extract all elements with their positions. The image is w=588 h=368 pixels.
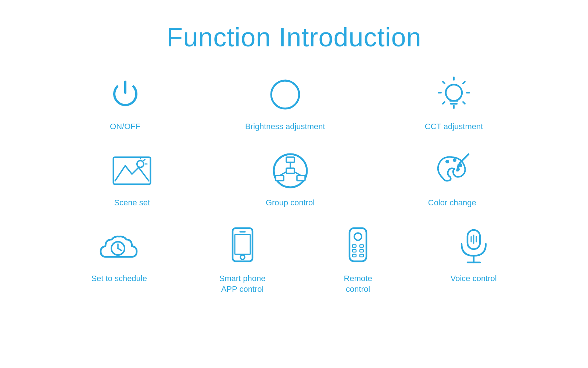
scene-icon <box>112 151 152 191</box>
smartphone-icon <box>222 226 263 267</box>
features-grid: ON/OFF Brightness adjustment <box>55 74 533 294</box>
voice-icon <box>453 226 494 267</box>
schedule-icon <box>99 226 139 267</box>
feature-scene-set: Scene set <box>112 151 152 208</box>
color-icon <box>432 151 472 191</box>
features-row-1: ON/OFF Brightness adjustment <box>55 74 533 132</box>
smartphone-label: Smart phoneAPP control <box>219 273 266 294</box>
svg-line-16 <box>144 159 145 160</box>
schedule-label: Set to schedule <box>91 273 147 284</box>
group-icon <box>270 151 311 191</box>
remote-label: Remotecontrol <box>344 273 372 294</box>
svg-rect-42 <box>352 250 356 252</box>
feature-on-off: ON/OFF <box>105 74 146 132</box>
svg-rect-44 <box>352 254 356 257</box>
svg-rect-22 <box>286 168 294 173</box>
svg-line-10 <box>463 82 465 84</box>
feature-brightness: Brightness adjustment <box>245 74 325 132</box>
feature-voice: Voice control <box>451 226 497 284</box>
svg-point-36 <box>240 255 245 259</box>
features-row-3: Set to schedule Smart phoneAPP control <box>55 226 533 294</box>
features-row-2: Scene set <box>55 151 533 208</box>
svg-rect-41 <box>360 245 363 247</box>
feature-color-change: Color change <box>428 151 476 208</box>
cct-label: CCT adjustment <box>425 121 483 132</box>
svg-point-26 <box>445 160 449 163</box>
svg-rect-40 <box>352 245 356 247</box>
svg-point-2 <box>446 85 462 101</box>
svg-line-11 <box>443 102 445 104</box>
svg-rect-45 <box>360 254 363 257</box>
svg-rect-43 <box>360 250 363 252</box>
svg-rect-13 <box>114 157 151 184</box>
brightness-icon <box>265 74 305 115</box>
power-icon <box>105 74 146 115</box>
feature-schedule: Set to schedule <box>91 226 147 284</box>
svg-point-14 <box>137 160 144 167</box>
scene-label: Scene set <box>114 198 150 208</box>
svg-line-29 <box>459 154 469 163</box>
svg-rect-37 <box>235 234 250 254</box>
cct-icon <box>434 74 474 115</box>
svg-line-9 <box>443 82 445 84</box>
voice-label: Voice control <box>451 273 497 284</box>
feature-cct: CCT adjustment <box>425 74 483 132</box>
svg-point-39 <box>354 233 362 240</box>
page-title: Function Introduction <box>166 22 421 52</box>
svg-rect-19 <box>286 157 294 162</box>
color-label: Color change <box>428 198 476 208</box>
svg-rect-20 <box>276 176 284 181</box>
svg-rect-34 <box>233 228 252 261</box>
group-label: Group control <box>266 198 315 208</box>
brightness-label: Brightness adjustment <box>245 121 325 132</box>
feature-remote: Remotecontrol <box>338 226 378 294</box>
remote-icon <box>338 226 378 267</box>
on-off-label: ON/OFF <box>110 121 140 132</box>
svg-point-27 <box>453 158 456 162</box>
svg-rect-21 <box>297 176 305 181</box>
feature-smartphone: Smart phoneAPP control <box>219 226 266 294</box>
feature-group-control: Group control <box>266 151 315 208</box>
svg-line-12 <box>463 102 465 104</box>
